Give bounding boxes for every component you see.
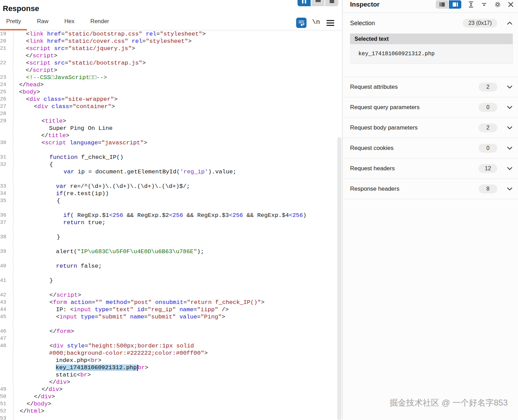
code-line: </script> xyxy=(0,52,337,59)
line-number xyxy=(0,168,13,175)
line-number xyxy=(0,52,13,59)
section-request-query-parameters[interactable]: Request query parameters0 xyxy=(342,97,518,117)
code-line: 43<form action="" method="post" onsubmit… xyxy=(0,299,337,306)
inspector-dock-right-button[interactable] xyxy=(449,0,461,9)
selected-text-header: Selected text xyxy=(350,34,513,44)
code-line: 30<script language="javascript"> xyxy=(0,139,337,146)
newline-toggle-button[interactable]: \n xyxy=(312,18,320,26)
code-line: index.php<br> xyxy=(0,357,337,364)
response-tabs: PrettyRawHexRender xyxy=(6,18,109,28)
count-badge: 0 xyxy=(479,103,497,112)
section-request-attributes[interactable]: Request attributes2 xyxy=(342,77,518,97)
chevron-down-icon[interactable] xyxy=(506,104,513,111)
code-line: 25<body> xyxy=(0,88,337,96)
section-request-body-parameters[interactable]: Request body parameters2 xyxy=(342,117,518,138)
response-code-editor[interactable]: 19<link href="static/bootstrap.css" rel=… xyxy=(0,30,337,420)
chevron-down-icon[interactable] xyxy=(506,124,513,131)
view-toggle-pause-button[interactable] xyxy=(298,0,311,6)
line-number: 51 xyxy=(0,400,13,408)
line-number: 39 xyxy=(0,248,13,255)
code-line: 29<title> xyxy=(0,117,337,125)
chevron-down-icon[interactable] xyxy=(506,185,513,192)
code-line: 28 xyxy=(0,110,337,117)
line-number: 43 xyxy=(0,299,13,306)
line-number: 29 xyxy=(0,117,13,125)
line-number xyxy=(0,226,13,233)
inspector-toolbar xyxy=(436,0,514,9)
code-line: 19<link href="static/bootstrap.css" rel=… xyxy=(0,30,337,38)
section-response-headers[interactable]: Response headers8 xyxy=(342,179,518,199)
code-line: 50</div> xyxy=(0,393,337,400)
collapse-all-button[interactable] xyxy=(481,1,488,8)
count-badge: 8 xyxy=(479,184,497,193)
code-line: 41} xyxy=(0,277,337,284)
code-line: 33var re=/^(\d+)\.(\d+)\.(\d+)\.(\d+)$/; xyxy=(0,183,337,190)
chevron-down-icon[interactable] xyxy=(506,165,513,172)
code-line: 49</div> xyxy=(0,386,337,393)
gear-icon-button[interactable] xyxy=(494,1,501,8)
inspector-dock-left-button[interactable] xyxy=(436,0,448,9)
word-wrap-toggle-button[interactable] xyxy=(296,18,307,28)
code-line: 27<div class="container"> xyxy=(0,103,337,110)
line-number: 35 xyxy=(0,197,13,204)
line-number xyxy=(0,321,13,328)
section-request-headers[interactable]: Request headers12 xyxy=(342,158,518,179)
chevron-down-icon[interactable] xyxy=(506,84,513,90)
pause-icon xyxy=(302,0,306,3)
selection-label: Selection xyxy=(350,20,375,27)
line-number: 20 xyxy=(0,38,13,45)
line-number xyxy=(0,132,13,139)
line-number xyxy=(0,204,13,212)
view-toggle-max-button[interactable] xyxy=(325,0,338,6)
code-line xyxy=(0,146,337,154)
count-badge: 2 xyxy=(479,83,497,92)
section-label: Response headers xyxy=(350,185,399,192)
tab-render[interactable]: Render xyxy=(90,18,109,28)
line-number: 30 xyxy=(0,139,13,146)
line-number xyxy=(0,284,13,292)
watermark-text: 掘金技术社区 @ 一个好名字853 xyxy=(389,397,508,408)
code-line xyxy=(0,255,337,262)
code-line: 53 xyxy=(0,415,337,420)
vertical-scrollbar[interactable] xyxy=(337,137,341,420)
tab-hex[interactable]: Hex xyxy=(64,18,74,28)
line-number: 28 xyxy=(0,110,13,117)
selection-section-header[interactable]: Selection 23 (0x17) xyxy=(350,16,513,30)
line-number: 40 xyxy=(0,262,13,270)
response-panel: Response PrettyRawHexRender \n xyxy=(0,0,342,420)
chevron-up-icon[interactable] xyxy=(506,20,513,27)
code-line: 37return true; xyxy=(0,219,337,226)
view-toggle-bottom-button[interactable] xyxy=(311,0,324,6)
line-number: 24 xyxy=(0,81,13,88)
line-number: 53 xyxy=(0,415,13,420)
line-number: 41 xyxy=(0,277,13,284)
panel-left-icon xyxy=(440,2,445,7)
line-number xyxy=(0,379,13,386)
line-number xyxy=(0,125,13,132)
tab-raw[interactable]: Raw xyxy=(37,18,48,28)
section-label: Request body parameters xyxy=(350,124,418,131)
code-line: static<br> xyxy=(0,371,337,379)
selected-text-highlight: key_174181060921312.php xyxy=(56,364,137,371)
line-number: 42 xyxy=(0,292,13,299)
section-label: Request headers xyxy=(350,165,395,172)
line-number: 47 xyxy=(0,335,13,342)
tab-pretty[interactable]: Pretty xyxy=(6,18,21,28)
code-line: </script> xyxy=(0,67,337,74)
expand-all-button[interactable] xyxy=(468,1,474,8)
square-icon xyxy=(330,0,334,3)
line-number xyxy=(0,241,13,248)
close-inspector-button[interactable] xyxy=(508,1,514,8)
line-number: 33 xyxy=(0,183,13,190)
selected-text-value[interactable]: key_174181060921312.php xyxy=(350,44,513,64)
code-line: #000;background-color:#222222;color:#00f… xyxy=(0,350,337,357)
code-line xyxy=(0,321,337,328)
chevron-down-icon[interactable] xyxy=(506,145,513,152)
line-number xyxy=(0,67,13,74)
code-line xyxy=(0,175,337,183)
panel-right-icon xyxy=(453,2,458,7)
editor-menu-button[interactable] xyxy=(327,20,334,26)
section-request-cookies[interactable]: Request cookies0 xyxy=(342,138,518,158)
active-tab-underline xyxy=(0,29,27,30)
line-number xyxy=(0,270,13,277)
